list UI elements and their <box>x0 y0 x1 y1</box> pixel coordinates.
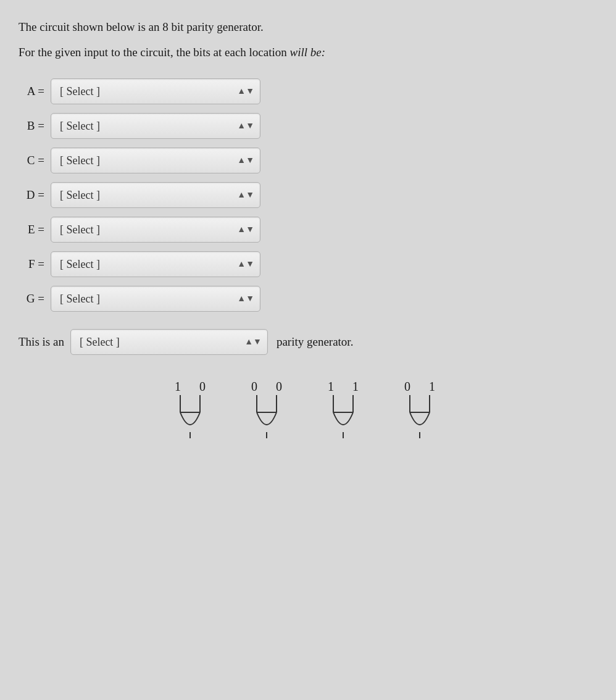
gate2-bit2: 0 <box>273 380 285 394</box>
gate1-bit1: 1 <box>172 380 184 394</box>
gate2-symbol <box>247 395 286 438</box>
gate2-bit1: 0 <box>248 380 260 394</box>
select-row-a: A = [ Select ] 0 1 ▲▼ <box>19 78 591 104</box>
intro-line1: The circuit shown below is an 8 bit pari… <box>19 19 591 36</box>
select-row-e: E = [ Select ] 0 1 ▲▼ <box>19 217 591 243</box>
select-row-g: G = [ Select ] 0 1 ▲▼ <box>19 286 591 312</box>
select-parity-type[interactable]: [ Select ] even odd <box>70 329 268 355</box>
gate3-symbol <box>323 395 363 438</box>
label-e: E = <box>19 223 44 236</box>
label-d: D = <box>19 188 44 202</box>
gate3-bit2: 1 <box>349 380 362 394</box>
gate-inputs-2: 0 0 <box>248 380 285 394</box>
gate-group-4: 0 1 <box>400 380 439 438</box>
label-a: A = <box>19 85 44 98</box>
intro-line2: For the given input to the circuit, the … <box>19 44 591 62</box>
select-row-b: B = [ Select ] 0 1 ▲▼ <box>19 113 591 139</box>
label-c: C = <box>19 154 44 167</box>
wrapper-d: [ Select ] 0 1 ▲▼ <box>51 182 260 208</box>
select-a[interactable]: [ Select ] 0 1 <box>51 78 260 104</box>
this-is-an-label: This is an <box>19 335 64 349</box>
wrapper-g: [ Select ] 0 1 ▲▼ <box>51 286 260 312</box>
select-b[interactable]: [ Select ] 0 1 <box>51 113 260 139</box>
gate4-symbol <box>400 395 439 438</box>
gate1-symbol <box>170 395 210 438</box>
wrapper-e: [ Select ] 0 1 ▲▼ <box>51 217 260 243</box>
select-row-d: D = [ Select ] 0 1 ▲▼ <box>19 182 591 208</box>
gate-inputs-3: 1 1 <box>325 380 362 394</box>
select-e[interactable]: [ Select ] 0 1 <box>51 217 260 243</box>
gate-group-3: 1 1 <box>323 380 363 438</box>
select-row-c: C = [ Select ] 0 1 ▲▼ <box>19 148 591 173</box>
wrapper-c: [ Select ] 0 1 ▲▼ <box>51 148 260 173</box>
label-f: F = <box>19 257 44 271</box>
circuit-section: 1 0 0 0 <box>19 380 591 457</box>
wrapper-parity-type: [ Select ] even odd ▲▼ <box>70 329 268 355</box>
wrapper-a: [ Select ] 0 1 ▲▼ <box>51 78 260 104</box>
wrapper-b: [ Select ] 0 1 ▲▼ <box>51 113 260 139</box>
gate4-bit1: 0 <box>401 380 414 394</box>
select-f[interactable]: [ Select ] 0 1 <box>51 251 260 277</box>
parity-suffix-label: parity generator. <box>277 335 354 349</box>
gate-inputs-1: 1 0 <box>172 380 209 394</box>
page-container: The circuit shown below is an 8 bit pari… <box>0 0 616 700</box>
gate3-bit1: 1 <box>325 380 337 394</box>
gate-group-2: 0 0 <box>247 380 286 438</box>
select-g[interactable]: [ Select ] 0 1 <box>51 286 260 312</box>
label-b: B = <box>19 119 44 133</box>
label-g: G = <box>19 292 44 306</box>
gate1-bit2: 0 <box>196 380 209 394</box>
select-c[interactable]: [ Select ] 0 1 <box>51 148 260 173</box>
wrapper-f: [ Select ] 0 1 ▲▼ <box>51 251 260 277</box>
parity-type-row: This is an [ Select ] even odd ▲▼ parity… <box>19 329 591 355</box>
gate4-bit2: 1 <box>426 380 438 394</box>
selects-section: A = [ Select ] 0 1 ▲▼ B = [ Select ] 0 1… <box>19 78 591 312</box>
gate-inputs-4: 0 1 <box>401 380 438 394</box>
gate-group-1: 1 0 <box>170 380 210 438</box>
select-row-f: F = [ Select ] 0 1 ▲▼ <box>19 251 591 277</box>
select-d[interactable]: [ Select ] 0 1 <box>51 182 260 208</box>
